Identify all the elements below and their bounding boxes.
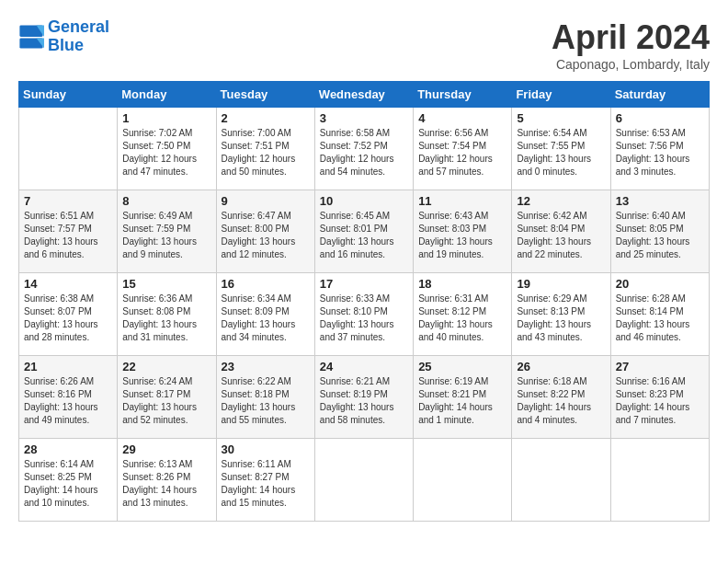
day-number: 16 [222,277,310,291]
calendar-cell: 16Sunrise: 6:34 AMSunset: 8:09 PMDayligh… [216,273,314,356]
day-number: 8 [122,194,210,208]
day-info: Sunrise: 6:43 AMSunset: 8:03 PMDaylight:… [418,210,506,261]
day-info: Sunrise: 6:51 AMSunset: 7:57 PMDaylight:… [24,210,112,261]
calendar-cell: 12Sunrise: 6:42 AMSunset: 8:04 PMDayligh… [512,190,610,273]
calendar-cell: 8Sunrise: 6:49 AMSunset: 7:59 PMDaylight… [118,190,216,273]
day-number: 19 [517,277,605,291]
calendar-body: 1Sunrise: 7:02 AMSunset: 7:50 PMDaylight… [19,108,710,522]
day-info: Sunrise: 6:28 AMSunset: 8:14 PMDaylight:… [616,293,704,344]
day-info: Sunrise: 7:00 AMSunset: 7:51 PMDaylight:… [222,127,310,178]
calendar-cell: 20Sunrise: 6:28 AMSunset: 8:14 PMDayligh… [610,273,709,356]
weekday-saturday: Saturday [610,82,709,108]
day-info: Sunrise: 6:11 AMSunset: 8:27 PMDaylight:… [222,458,310,510]
day-info: Sunrise: 6:45 AMSunset: 8:01 PMDaylight:… [320,210,408,261]
day-number: 2 [222,111,310,125]
calendar-cell: 27Sunrise: 6:16 AMSunset: 8:23 PMDayligh… [610,356,709,439]
day-info: Sunrise: 6:33 AMSunset: 8:10 PMDaylight:… [320,293,408,344]
month-title: April 2024 [552,18,710,57]
day-number: 30 [222,442,310,456]
calendar-cell: 18Sunrise: 6:31 AMSunset: 8:12 PMDayligh… [414,273,512,356]
day-number: 20 [616,277,704,291]
day-info: Sunrise: 6:18 AMSunset: 8:22 PMDaylight:… [517,375,605,427]
calendar-cell: 13Sunrise: 6:40 AMSunset: 8:05 PMDayligh… [610,190,709,273]
day-number: 10 [320,194,408,208]
day-number: 18 [418,277,506,291]
day-number: 5 [517,111,605,125]
calendar-cell: 14Sunrise: 6:38 AMSunset: 8:07 PMDayligh… [19,273,118,356]
calendar-cell: 15Sunrise: 6:36 AMSunset: 8:08 PMDayligh… [118,273,216,356]
day-info: Sunrise: 6:31 AMSunset: 8:12 PMDaylight:… [418,293,506,344]
day-info: Sunrise: 6:22 AMSunset: 8:18 PMDaylight:… [222,375,310,427]
logo-text: General Blue [48,18,109,55]
day-info: Sunrise: 6:13 AMSunset: 8:26 PMDaylight:… [122,458,210,510]
day-number: 9 [222,194,310,208]
calendar-cell [610,439,709,522]
day-number: 21 [24,360,112,373]
day-number: 13 [616,194,704,208]
calendar-cell [512,439,610,522]
day-number: 15 [122,277,210,291]
calendar-cell [19,108,118,190]
day-info: Sunrise: 6:42 AMSunset: 8:04 PMDaylight:… [517,210,605,261]
day-info: Sunrise: 7:02 AMSunset: 7:50 PMDaylight:… [122,127,210,178]
calendar-cell: 3Sunrise: 6:58 AMSunset: 7:52 PMDaylight… [314,108,413,190]
calendar-cell: 23Sunrise: 6:22 AMSunset: 8:18 PMDayligh… [216,356,314,439]
day-info: Sunrise: 6:14 AMSunset: 8:25 PMDaylight:… [24,458,112,510]
day-info: Sunrise: 6:58 AMSunset: 7:52 PMDaylight:… [320,127,408,178]
calendar-table: SundayMondayTuesdayWednesdayThursdayFrid… [18,81,710,522]
weekday-thursday: Thursday [414,82,512,108]
day-info: Sunrise: 6:19 AMSunset: 8:21 PMDaylight:… [418,375,506,427]
day-number: 29 [122,442,210,456]
day-info: Sunrise: 6:40 AMSunset: 8:05 PMDaylight:… [616,210,704,261]
day-info: Sunrise: 6:34 AMSunset: 8:09 PMDaylight:… [222,293,310,344]
weekday-friday: Friday [512,82,610,108]
calendar-cell: 10Sunrise: 6:45 AMSunset: 8:01 PMDayligh… [314,190,413,273]
calendar-cell: 29Sunrise: 6:13 AMSunset: 8:26 PMDayligh… [118,439,216,522]
calendar-cell: 9Sunrise: 6:47 AMSunset: 8:00 PMDaylight… [216,190,314,273]
day-number: 14 [24,277,112,291]
calendar-cell: 24Sunrise: 6:21 AMSunset: 8:19 PMDayligh… [314,356,413,439]
day-number: 3 [320,111,408,125]
weekday-tuesday: Tuesday [216,82,314,108]
day-info: Sunrise: 6:54 AMSunset: 7:55 PMDaylight:… [517,127,605,178]
day-info: Sunrise: 6:38 AMSunset: 8:07 PMDaylight:… [24,293,112,344]
calendar-cell: 6Sunrise: 6:53 AMSunset: 7:56 PMDaylight… [610,108,709,190]
calendar-cell: 21Sunrise: 6:26 AMSunset: 8:16 PMDayligh… [19,356,118,439]
day-number: 4 [418,111,506,125]
logo: General Blue [18,18,109,55]
calendar-cell: 11Sunrise: 6:43 AMSunset: 8:03 PMDayligh… [414,190,512,273]
calendar-cell: 1Sunrise: 7:02 AMSunset: 7:50 PMDaylight… [118,108,216,190]
day-number: 28 [24,442,112,456]
calendar-cell: 19Sunrise: 6:29 AMSunset: 8:13 PMDayligh… [512,273,610,356]
weekday-sunday: Sunday [19,82,118,108]
calendar-cell [314,439,413,522]
day-info: Sunrise: 6:49 AMSunset: 7:59 PMDaylight:… [122,210,210,261]
day-number: 7 [24,194,112,208]
calendar-cell [414,439,512,522]
calendar-cell: 26Sunrise: 6:18 AMSunset: 8:22 PMDayligh… [512,356,610,439]
calendar-cell: 2Sunrise: 7:00 AMSunset: 7:51 PMDaylight… [216,108,314,190]
weekday-monday: Monday [118,82,216,108]
calendar-week-3: 14Sunrise: 6:38 AMSunset: 8:07 PMDayligh… [19,273,710,356]
calendar-week-1: 1Sunrise: 7:02 AMSunset: 7:50 PMDaylight… [19,108,710,190]
day-info: Sunrise: 6:56 AMSunset: 7:54 PMDaylight:… [418,127,506,178]
calendar-cell: 30Sunrise: 6:11 AMSunset: 8:27 PMDayligh… [216,439,314,522]
day-info: Sunrise: 6:21 AMSunset: 8:19 PMDaylight:… [320,375,408,427]
calendar-cell: 4Sunrise: 6:56 AMSunset: 7:54 PMDaylight… [414,108,512,190]
day-number: 11 [418,194,506,208]
weekday-wednesday: Wednesday [314,82,413,108]
day-number: 22 [122,360,210,373]
calendar-cell: 5Sunrise: 6:54 AMSunset: 7:55 PMDaylight… [512,108,610,190]
day-info: Sunrise: 6:16 AMSunset: 8:23 PMDaylight:… [616,375,704,427]
calendar-week-5: 28Sunrise: 6:14 AMSunset: 8:25 PMDayligh… [19,439,710,522]
location-title: Caponago, Lombardy, Italy [552,57,710,72]
logo-icon [18,24,44,50]
day-number: 24 [320,360,408,373]
calendar-cell: 28Sunrise: 6:14 AMSunset: 8:25 PMDayligh… [19,439,118,522]
calendar-cell: 22Sunrise: 6:24 AMSunset: 8:17 PMDayligh… [118,356,216,439]
day-number: 12 [517,194,605,208]
day-info: Sunrise: 6:53 AMSunset: 7:56 PMDaylight:… [616,127,704,178]
day-number: 23 [222,360,310,373]
calendar-week-2: 7Sunrise: 6:51 AMSunset: 7:57 PMDaylight… [19,190,710,273]
day-info: Sunrise: 6:26 AMSunset: 8:16 PMDaylight:… [24,375,112,427]
